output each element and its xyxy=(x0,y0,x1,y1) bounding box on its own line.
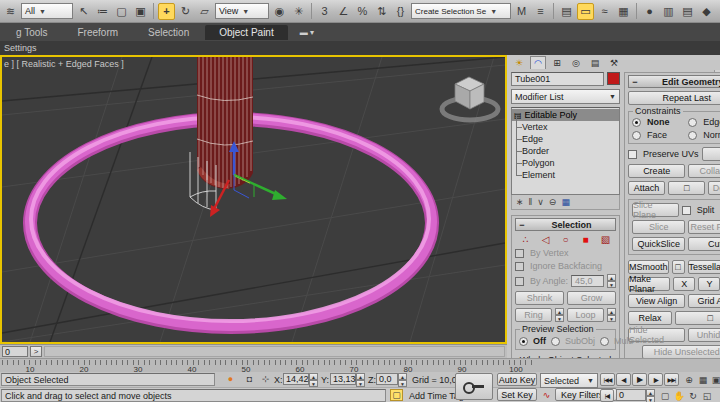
lock-stack-icon[interactable]: ‖ xyxy=(529,197,533,207)
ring-spinner[interactable]: ▲▼ xyxy=(555,308,564,322)
cut-button[interactable]: Cut xyxy=(688,237,720,251)
attach-settings-button[interactable]: □ xyxy=(668,181,705,195)
stack-item-element[interactable]: Element xyxy=(512,169,619,181)
current-frame-field[interactable]: 0 xyxy=(616,389,646,401)
pin-stack-icon[interactable]: ∗ xyxy=(516,197,524,207)
shrink-button[interactable]: Shrink xyxy=(515,291,564,305)
display-tab-icon[interactable]: ▤ xyxy=(587,56,603,69)
stack-item-vertex[interactable]: Vertex xyxy=(512,121,619,133)
hide-selected-button[interactable]: Hide Selected xyxy=(628,328,685,342)
ribbon-minimize-icon[interactable]: ▬ ▾ xyxy=(300,28,314,37)
relax-settings-button[interactable]: □ xyxy=(675,311,720,325)
constraint-none-radio[interactable] xyxy=(632,118,641,127)
pivot-center-icon[interactable]: ◉ xyxy=(271,3,288,20)
time-configuration-icon[interactable]: ▢ xyxy=(658,389,672,402)
collapse-button[interactable]: Collapse xyxy=(688,164,720,178)
named-selection-sets-icon[interactable]: {} xyxy=(392,3,409,20)
render-setup-icon[interactable]: ▥ xyxy=(660,3,677,20)
track-bar[interactable]: 10 20 30 40 50 60 70 80 90 100 xyxy=(0,358,720,372)
tessellate-button[interactable]: Tessellate xyxy=(688,260,720,274)
time-slider-handle[interactable]: 0 xyxy=(2,346,28,357)
selection-set-name-dropdown[interactable]: Selected▼ xyxy=(540,373,598,388)
go-to-start-icon[interactable]: |◀◀ xyxy=(600,373,615,386)
select-object-icon[interactable]: ↖ xyxy=(75,3,92,20)
relax-button[interactable]: Relax xyxy=(628,311,672,325)
stack-item-polygon[interactable]: Polygon xyxy=(512,157,619,169)
make-unique-icon[interactable]: ⊖ xyxy=(549,197,557,207)
align-icon[interactable]: ≡ xyxy=(532,3,549,20)
go-to-end-icon[interactable]: ▶▶| xyxy=(664,373,679,386)
element-subobject-icon[interactable]: ▧ xyxy=(599,234,612,245)
vertex-subobject-icon[interactable]: ∴ xyxy=(519,234,532,245)
create-button[interactable]: Create xyxy=(628,164,685,178)
next-frame-arrow-icon[interactable]: > xyxy=(30,346,42,357)
modifier-list-dropdown[interactable]: Modifier List▼ xyxy=(511,89,620,104)
edge-subobject-icon[interactable]: ◁ xyxy=(539,234,552,245)
msmooth-button[interactable]: MSmooth xyxy=(628,260,669,274)
select-by-name-icon[interactable]: ≔ xyxy=(94,3,111,20)
constraint-normal-radio[interactable] xyxy=(688,131,697,140)
ribbon-panel-settings[interactable]: Settings xyxy=(4,43,37,53)
attach-button[interactable]: Attach xyxy=(628,181,665,195)
coord-system-dropdown[interactable]: View▼ xyxy=(215,3,269,19)
object-name-field[interactable]: Tube001 xyxy=(511,72,604,86)
hide-unselected-button[interactable]: Hide Unselected xyxy=(642,345,720,359)
orbit-icon[interactable]: ↻ xyxy=(686,389,700,402)
selection-lock-icon[interactable]: ◘ xyxy=(243,373,256,385)
edit-geometry-header[interactable]: − Edit Geometry xyxy=(628,75,720,88)
slice-plane-button[interactable]: Slice Plane xyxy=(632,203,679,217)
time-tag-icon[interactable]: ▢ xyxy=(390,389,403,401)
loop-spinner[interactable]: ▲▼ xyxy=(607,308,616,322)
grow-button[interactable]: Grow xyxy=(567,291,616,305)
motion-tab-icon[interactable]: ◎ xyxy=(568,56,584,69)
utilities-tab-icon[interactable]: ⚒ xyxy=(606,56,622,69)
preserve-uvs-checkbox[interactable] xyxy=(628,150,637,159)
selection-rollout-header[interactable]: − Selection xyxy=(515,218,616,231)
split-checkbox[interactable] xyxy=(682,206,691,215)
make-planar-button[interactable]: Make Planar xyxy=(628,277,670,291)
pan-view-icon[interactable]: ✋ xyxy=(672,389,686,402)
quickslice-button[interactable]: QuickSlice xyxy=(632,237,685,251)
planar-y-button[interactable]: Y xyxy=(698,277,720,291)
select-rotate-icon[interactable]: ↻ xyxy=(177,3,194,20)
x-coord-field[interactable]: 14,423 xyxy=(283,373,309,385)
by-vertex-checkbox[interactable] xyxy=(515,249,524,258)
border-subobject-icon[interactable]: ○ xyxy=(559,234,572,245)
create-tab-icon[interactable]: ☀ xyxy=(511,56,527,69)
zoom-all-icon[interactable]: ▦ xyxy=(696,373,710,386)
window-crossing-icon[interactable]: ▣ xyxy=(132,3,149,20)
preview-off-radio[interactable] xyxy=(519,337,528,346)
material-editor-icon[interactable]: ● xyxy=(641,3,658,20)
maximize-viewport-icon[interactable]: ◱ xyxy=(700,389,714,402)
y-coord-field[interactable]: 13,136 xyxy=(330,373,356,385)
tab-selection[interactable]: Selection xyxy=(134,25,203,40)
set-key-button[interactable]: Set Key xyxy=(497,388,537,401)
curve-editor-icon[interactable]: ≈ xyxy=(596,3,613,20)
x-spinner[interactable]: ▲▼ xyxy=(309,373,318,387)
tab-modeling-tools[interactable]: g Tools xyxy=(2,25,62,40)
isolate-selection-icon[interactable]: ● xyxy=(224,373,237,385)
preserve-uvs-settings-button[interactable]: □ xyxy=(702,147,720,161)
modifier-stack[interactable]: ▤ Editable Poly Vertex Edge Border Polyg… xyxy=(511,107,620,195)
key-mode-toggle-icon[interactable]: |◀| xyxy=(600,389,614,402)
spinner-snap-icon[interactable]: ⇅ xyxy=(373,3,390,20)
auto-key-button[interactable]: Auto Key xyxy=(497,373,537,386)
select-move-icon[interactable]: + xyxy=(158,3,175,20)
detach-button[interactable]: Detach xyxy=(708,181,720,195)
preview-multi-radio[interactable] xyxy=(600,337,609,346)
select-scale-icon[interactable]: ▱ xyxy=(196,3,213,20)
modify-tab-icon[interactable]: ◠ xyxy=(530,56,546,69)
previous-frame-icon[interactable]: ◀|| xyxy=(616,373,631,386)
selection-set-dropdown[interactable]: Create Selection Se▼ xyxy=(411,3,511,19)
ring-button[interactable]: Ring xyxy=(515,308,552,322)
view-align-button[interactable]: View Align xyxy=(628,294,685,308)
show-end-result-icon[interactable]: ∨ xyxy=(537,197,544,207)
loop-button[interactable]: Loop xyxy=(567,308,604,322)
hierarchy-tab-icon[interactable]: ⊞ xyxy=(549,56,565,69)
rect-region-icon[interactable]: ▢ xyxy=(113,3,130,20)
z-coord-field[interactable]: 0,0 xyxy=(376,373,398,385)
schematic-view-icon[interactable]: ▦ xyxy=(615,3,632,20)
by-angle-checkbox[interactable] xyxy=(515,277,524,286)
snap-toggle-icon[interactable]: 3 xyxy=(316,3,333,20)
configure-modifier-sets-icon[interactable]: ▦ xyxy=(561,197,570,207)
